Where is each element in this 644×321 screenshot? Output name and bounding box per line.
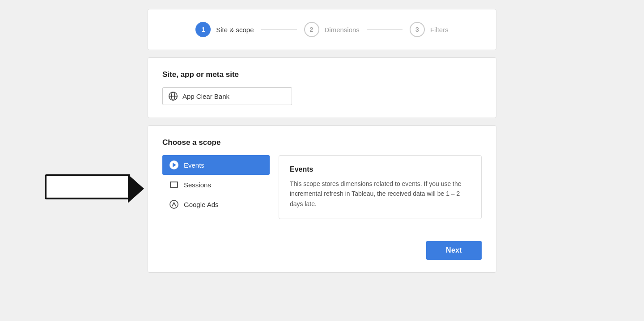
- scope-info-box: Events This scope stores dimensions rela…: [279, 155, 482, 219]
- globe-icon: [168, 91, 178, 101]
- scope-item-events[interactable]: Events: [162, 155, 270, 175]
- scope-layout: Events Sessions: [162, 155, 482, 219]
- step-line-2: [367, 30, 402, 30]
- site-name-label: App Clear Bank: [182, 93, 229, 100]
- scope-item-events-label: Events: [184, 161, 204, 169]
- play-icon: [169, 160, 178, 169]
- scope-list: Events Sessions: [162, 155, 270, 219]
- sessions-icon: [169, 180, 178, 189]
- arrow-annotation: [45, 174, 134, 201]
- site-section-card: Site, app or meta site App Clear Bank: [148, 57, 496, 118]
- svg-point-3: [170, 200, 178, 208]
- step-2-label: Dimensions: [325, 26, 360, 34]
- scope-item-google-ads[interactable]: Google Ads: [162, 194, 270, 214]
- site-selector[interactable]: App Clear Bank: [162, 87, 292, 105]
- step-1-label: Site & scope: [216, 26, 254, 34]
- steps-card: 1 Site & scope 2 Dimensions 3: [148, 9, 496, 50]
- steps-container: 1 Site & scope 2 Dimensions 3: [195, 22, 448, 37]
- next-button[interactable]: Next: [426, 241, 482, 260]
- scope-item-google-ads-label: Google Ads: [184, 201, 219, 208]
- site-section-title: Site, app or meta site: [162, 70, 482, 79]
- step-3-circle: 3: [410, 22, 425, 37]
- step-3-label: Filters: [430, 26, 449, 34]
- scope-item-sessions[interactable]: Sessions: [162, 175, 270, 194]
- scope-info-description: This scope stores dimensions related to …: [290, 179, 470, 209]
- play-triangle: [173, 163, 176, 167]
- step-line-1: [261, 30, 297, 30]
- card-footer: Next: [162, 230, 482, 260]
- main-content: 1 Site & scope 2 Dimensions 3: [148, 9, 496, 273]
- step-1-number: 1: [201, 26, 205, 33]
- scope-item-sessions-label: Sessions: [184, 181, 211, 189]
- step-1-circle: 1: [195, 22, 211, 37]
- scope-info-title: Events: [290, 165, 470, 173]
- scope-section-title: Choose a scope: [162, 138, 482, 147]
- step-3: 3 Filters: [410, 22, 449, 37]
- step-1: 1 Site & scope: [195, 22, 254, 37]
- step-2: 2 Dimensions: [304, 22, 360, 37]
- arrow-shape: [45, 174, 130, 199]
- step-2-circle: 2: [304, 22, 319, 37]
- google-ads-icon: [169, 200, 178, 209]
- step-2-number: 2: [310, 26, 314, 33]
- scope-section-card: Choose a scope Events: [148, 125, 496, 273]
- step-3-number: 3: [415, 26, 419, 33]
